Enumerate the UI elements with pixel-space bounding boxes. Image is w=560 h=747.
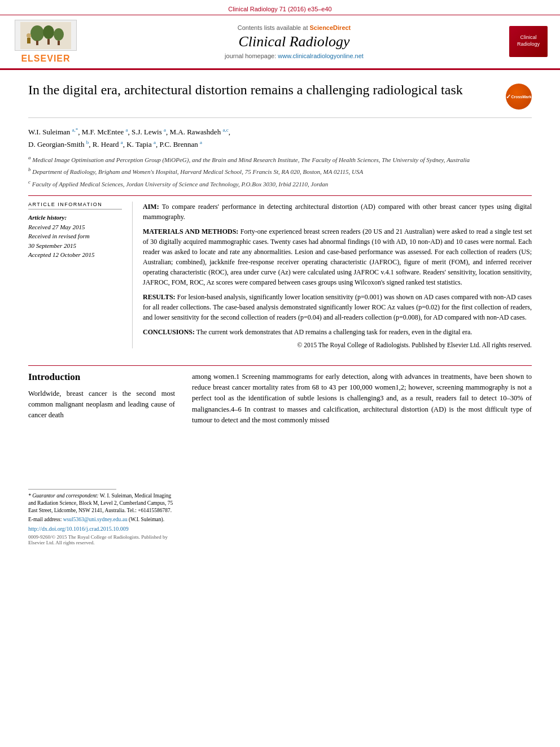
intro-left-col: Introduction Worldwide, breast cancer is…: [28, 372, 175, 545]
journal-homepage: journal homepage: www.clinicalradiologyo…: [94, 53, 495, 59]
svg-point-2: [43, 25, 54, 39]
email-label: E-mail address:: [28, 517, 62, 522]
crossmark-icon: ✓ CrossMark: [506, 84, 532, 110]
results-label: RESULTS:: [143, 293, 176, 301]
email-footnote: E-mail address: wsul5363@uni.sydney.edu.…: [28, 516, 175, 523]
received-date: Received 27 May 2015: [28, 222, 122, 232]
crossmark-label: CrossMark: [511, 95, 531, 99]
journal-header: Clinical Radiology 71 (2016) e35–e40: [0, 0, 560, 70]
homepage-prefix: journal homepage:: [225, 53, 278, 59]
elsevier-logo: ELSEVIER: [9, 20, 82, 64]
abstract-col: AIM: To compare readers' performance in …: [133, 202, 532, 348]
sciencedirect-link[interactable]: ScienceDirect: [310, 24, 351, 31]
svg-rect-5: [47, 39, 50, 45]
article-container: In the digital era, architectural distor…: [0, 70, 560, 360]
guarantor-label: * Guarantor and correspondent:: [28, 493, 98, 499]
received-revised-label: Received in revised form: [28, 231, 122, 241]
abstract-methods: MATERIALS AND METHODS: Forty-one experie…: [143, 226, 532, 287]
svg-point-7: [27, 33, 31, 38]
accepted-date: Accepted 12 October 2015: [28, 250, 122, 260]
footnote-divider: [28, 489, 116, 490]
svg-rect-4: [36, 41, 38, 45]
abstract-conclusions: CONCLUSIONS: The current work demonstrat…: [143, 327, 532, 337]
intro-right-col: among women.1 Screening mammograms for e…: [192, 372, 532, 545]
methods-text: Forty-one experienced breast screen read…: [143, 228, 532, 286]
svg-point-3: [54, 28, 64, 41]
intro-heading: Introduction: [28, 372, 175, 383]
article-info-col: ARTICLE INFORMATION Article history: Rec…: [28, 202, 133, 348]
elsevier-logo-box: [15, 20, 77, 51]
conclusions-text: The current work demonstrates that AD re…: [196, 328, 473, 336]
revised-date: 30 September 2015: [28, 241, 122, 251]
journal-name: Clinical Radiology: [94, 33, 495, 50]
aim-text: To compare readers' performance in detec…: [143, 203, 532, 221]
abstract-aim: AIM: To compare readers' performance in …: [143, 202, 532, 222]
article-title: In the digital era, architectural distor…: [28, 81, 506, 99]
radiology-logo-box: ClinicalRadiology: [509, 26, 548, 57]
doi-footer[interactable]: http://dx.doi.org/10.1016/j.crad.2015.10…: [28, 526, 175, 532]
elsevier-brand-text: ELSEVIER: [21, 54, 70, 64]
journal-logo-right: ClinicalRadiology: [506, 26, 551, 58]
intro-para-2: among women.1 Screening mammograms for e…: [192, 372, 532, 426]
email-link[interactable]: wsul5363@uni.sydney.edu.au: [63, 517, 128, 522]
abstract-results: RESULTS: For lesion-based analysis, sign…: [143, 292, 532, 322]
guarantor-footnote: * Guarantor and correspondent: W. I. Sul…: [28, 492, 175, 515]
doi-line: Clinical Radiology 71 (2016) e35–e40: [0, 3, 560, 15]
two-column-section: ARTICLE INFORMATION Article history: Rec…: [28, 195, 532, 348]
svg-point-1: [30, 25, 44, 41]
bottom-section: Introduction Worldwide, breast cancer is…: [0, 372, 560, 545]
authors-block: W.I. Suleiman a,*, M.F. McEntee a, S.J. …: [28, 126, 532, 151]
email-suffix: (W.I. Suleiman).: [129, 517, 164, 522]
intro-para-1-text: Worldwide, breast cancer is the second m…: [28, 390, 175, 420]
journal-center: Contents lists available at ScienceDirec…: [82, 24, 506, 59]
issn-line: 0009-9260/© 2015 The Royal College of Ra…: [28, 534, 175, 545]
sciencedirect-line: Contents lists available at ScienceDirec…: [94, 24, 495, 31]
copyright-line: © 2015 The Royal College of Radiologists…: [143, 342, 532, 348]
results-text: For lesion-based analysis, significantly…: [143, 293, 532, 321]
affil-b: b Department of Radiology, Brigham and W…: [28, 166, 532, 176]
crossmark-badge: ✓ CrossMark: [506, 84, 532, 110]
affiliations-block: a Medical Image Optimisation and Percept…: [28, 154, 532, 188]
svg-rect-6: [58, 41, 60, 45]
methods-label: MATERIALS AND METHODS:: [143, 228, 238, 235]
intro-para-1: Worldwide, breast cancer is the second m…: [28, 388, 175, 421]
section-divider: [28, 365, 532, 366]
radiology-logo-text: ClinicalRadiology: [517, 34, 540, 47]
journal-top-bar: ELSEVIER Contents lists available at Sci…: [0, 15, 560, 69]
article-history-label: Article history:: [28, 214, 122, 221]
article-title-section: In the digital era, architectural distor…: [28, 81, 532, 118]
sciencedirect-prefix: Contents lists available at: [238, 24, 310, 31]
affil-a: a Medical Image Optimisation and Percept…: [28, 154, 532, 164]
article-info-heading: ARTICLE INFORMATION: [28, 202, 122, 209]
aim-label: AIM:: [143, 203, 159, 211]
svg-rect-8: [27, 38, 30, 43]
footnotes-block: * Guarantor and correspondent: W. I. Sul…: [28, 489, 175, 545]
affil-c: c Faculty of Applied Medical Sciences, J…: [28, 178, 532, 189]
homepage-link[interactable]: www.clinicalradiologyonline.net: [278, 53, 364, 59]
intro-para-2-text: among women.1 Screening mammograms for e…: [192, 373, 532, 425]
conclusions-label: CONCLUSIONS:: [143, 328, 195, 336]
